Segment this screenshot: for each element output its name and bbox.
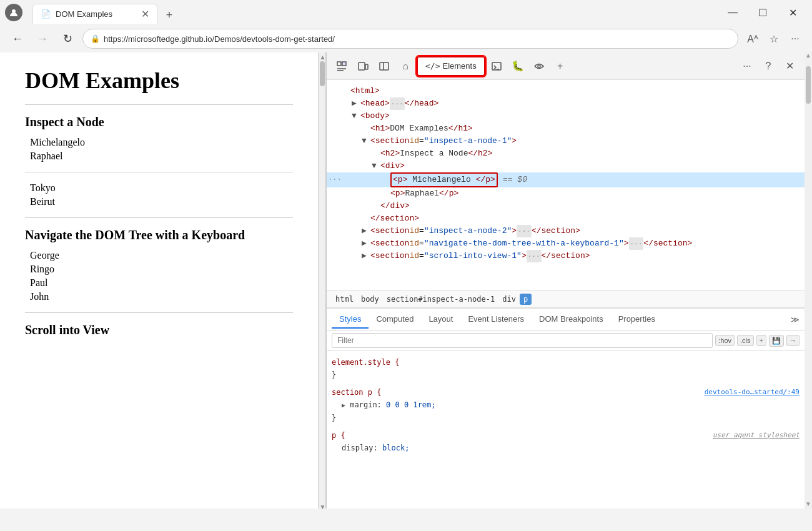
device-emulation-button[interactable] bbox=[353, 56, 373, 76]
ellipsis-button[interactable]: ··· bbox=[390, 97, 405, 110]
css-close-line: } bbox=[332, 369, 800, 381]
styles-tab-event-listeners[interactable]: Event Listeners bbox=[460, 310, 532, 329]
dom-line-div[interactable]: ▼ <div> bbox=[327, 160, 805, 172]
ellipsis-button[interactable]: ··· bbox=[517, 225, 532, 237]
dom-line-h2[interactable]: <h2> Inspect a Node </h2> bbox=[327, 147, 805, 160]
url-bar[interactable]: 🔒 https://microsoftedge.github.io/Demos/… bbox=[82, 29, 738, 49]
sidebar-button[interactable] bbox=[374, 56, 394, 76]
forward-button[interactable]: → bbox=[32, 29, 52, 49]
styles-tabs: Styles Computed Layout Event Listeners D… bbox=[327, 309, 805, 331]
expand-icon[interactable]: ▶ bbox=[362, 237, 370, 250]
expand-icon[interactable]: ▶ bbox=[362, 225, 370, 237]
devtools-help-button[interactable]: ? bbox=[758, 56, 778, 76]
section-inspect-node-2: Tokyo Beirut bbox=[25, 182, 293, 207]
styles-tab-layout[interactable]: Layout bbox=[421, 310, 460, 329]
elements-tab[interactable]: </> Elements bbox=[417, 56, 485, 76]
save-button[interactable]: 💾 bbox=[769, 335, 784, 347]
ellipsis-button[interactable]: ··· bbox=[629, 237, 644, 250]
hov-button[interactable]: :hov bbox=[715, 335, 735, 346]
svg-rect-2 bbox=[342, 62, 346, 66]
expand-icon[interactable]: ▶ bbox=[362, 250, 370, 262]
page-item: Beirut bbox=[25, 196, 293, 207]
styles-tab-computed[interactable]: Computed bbox=[369, 310, 421, 329]
tab-title: DOM Examples bbox=[56, 9, 112, 19]
section-heading-navigate: Navigate the DOM Tree with a Keyboard bbox=[25, 228, 293, 242]
tab-bar: 📄 DOM Examples ✕ + bbox=[27, 1, 713, 24]
console-button[interactable] bbox=[487, 56, 507, 76]
maximize-button[interactable]: ☐ bbox=[748, 2, 777, 22]
collapse-icon[interactable]: ▼ bbox=[352, 110, 360, 122]
dom-line-p-raphael[interactable]: <p> Raphael </p> bbox=[327, 187, 805, 200]
dom-line-body[interactable]: ▼ <body> bbox=[327, 110, 805, 122]
tab-close-button[interactable]: ✕ bbox=[141, 9, 149, 19]
page-heading: DOM Examples bbox=[25, 67, 293, 94]
devtools-scrollbar[interactable]: ▲ ▼ bbox=[805, 52, 812, 509]
dom-line-section4[interactable]: ▶ <section id="scroll-into-view-1" > ···… bbox=[327, 250, 805, 262]
add-style-button[interactable]: + bbox=[756, 335, 766, 346]
styles-tab-dom-breakpoints[interactable]: DOM Breakpoints bbox=[532, 310, 611, 329]
page-item: Paul bbox=[25, 277, 293, 289]
user-agent-label: user agent stylesheet bbox=[713, 429, 800, 442]
filter-input[interactable] bbox=[332, 333, 713, 348]
styles-filter-bar: :hov .cls + 💾 → bbox=[327, 331, 805, 351]
dom-line-p-michelangelo[interactable]: ··· <p> Michelangelo </p> == $0 bbox=[327, 172, 805, 187]
collapse-icon[interactable]: ▼ bbox=[362, 135, 370, 147]
dom-line-h1[interactable]: <h1> DOM Examples </h1> bbox=[327, 122, 805, 135]
page-scrollbar[interactable]: ▲ ▼ bbox=[319, 52, 326, 509]
ellipsis-button[interactable]: ··· bbox=[527, 250, 542, 262]
triangle-icon[interactable]: ▶ bbox=[342, 399, 345, 412]
css-selector-line: element.style { bbox=[332, 356, 800, 369]
read-aloud-button[interactable]: Aᴬ bbox=[743, 29, 762, 48]
dom-line-section-close[interactable]: </section> bbox=[327, 212, 805, 225]
breadcrumb-body[interactable]: body bbox=[357, 294, 383, 305]
debug-button[interactable]: 🐛 bbox=[508, 56, 528, 76]
title-bar: 📄 DOM Examples ✕ + — ☐ ✕ bbox=[0, 0, 812, 25]
breadcrumb-p[interactable]: p bbox=[520, 294, 532, 305]
dom-line-html[interactable]: <html> bbox=[327, 85, 805, 97]
dom-tree: <html> ▶ <head> ··· </head> ▼ <body> <h1… bbox=[327, 80, 805, 290]
styles-tab-styles[interactable]: Styles bbox=[332, 310, 369, 329]
more-button[interactable]: ··· bbox=[786, 29, 805, 48]
dom-line-head[interactable]: ▶ <head> ··· </head> bbox=[327, 97, 805, 110]
devtools-panel: ⌂ </> Elements 🐛 + ··· ? ✕ bbox=[326, 52, 805, 509]
dom-line-section3[interactable]: ▶ <section id="navigate-the-dom-tree-wit… bbox=[327, 237, 805, 250]
breadcrumb-section[interactable]: section#inspect-a-node-1 bbox=[383, 294, 498, 305]
new-tab-button[interactable]: + bbox=[160, 6, 179, 24]
devtools-more-button[interactable]: ··· bbox=[737, 56, 757, 76]
address-bar: ← → ↻ 🔒 https://microsoftedge.github.io/… bbox=[0, 25, 812, 52]
window-controls: — ☐ ✕ bbox=[718, 2, 807, 22]
expand-button[interactable]: → bbox=[786, 335, 800, 346]
cls-button[interactable]: .cls bbox=[737, 335, 754, 346]
page-item: Ringo bbox=[25, 264, 293, 275]
devtools-close-button[interactable]: ✕ bbox=[780, 56, 800, 76]
scrollbar-thumb[interactable] bbox=[806, 66, 811, 104]
svg-rect-7 bbox=[380, 62, 389, 70]
inspect-button[interactable] bbox=[332, 56, 352, 76]
network-button[interactable] bbox=[529, 56, 549, 76]
home-button[interactable]: ⌂ bbox=[395, 56, 415, 76]
dom-line-section1[interactable]: ▼ <section id="inspect-a-node-1" > bbox=[327, 135, 805, 147]
more-tools-button[interactable]: + bbox=[550, 56, 570, 76]
elements-tab-icon: </> bbox=[425, 61, 440, 71]
main-area: DOM Examples Inspect a Node Michelangelo… bbox=[0, 52, 812, 509]
refresh-button[interactable]: ↻ bbox=[57, 29, 77, 49]
minimize-button[interactable]: — bbox=[718, 2, 747, 22]
svg-rect-6 bbox=[365, 64, 368, 69]
favorites-button[interactable]: ☆ bbox=[765, 29, 783, 48]
close-button[interactable]: ✕ bbox=[778, 2, 807, 22]
breadcrumb-html[interactable]: html bbox=[332, 294, 357, 305]
styles-tab-more[interactable]: ≫ bbox=[791, 315, 800, 324]
svg-point-11 bbox=[538, 65, 540, 67]
browser-tab[interactable]: 📄 DOM Examples ✕ bbox=[32, 4, 157, 24]
dom-line-section2[interactable]: ▶ <section id="inspect-a-node-2" > ··· <… bbox=[327, 225, 805, 237]
css-rule-element-style: element.style { } bbox=[332, 356, 800, 381]
svg-rect-1 bbox=[337, 62, 341, 66]
breadcrumb-bar: html body section#inspect-a-node-1 div p bbox=[327, 290, 805, 308]
breadcrumb-div[interactable]: div bbox=[498, 294, 520, 305]
dom-line-div-close[interactable]: </div> bbox=[327, 200, 805, 212]
collapse-icon[interactable]: ▼ bbox=[372, 160, 380, 172]
styles-tab-properties[interactable]: Properties bbox=[611, 310, 663, 329]
expand-icon[interactable]: ▶ bbox=[352, 97, 360, 110]
css-source-link[interactable]: devtools-do…started/:49 bbox=[705, 386, 800, 399]
back-button[interactable]: ← bbox=[7, 29, 27, 49]
